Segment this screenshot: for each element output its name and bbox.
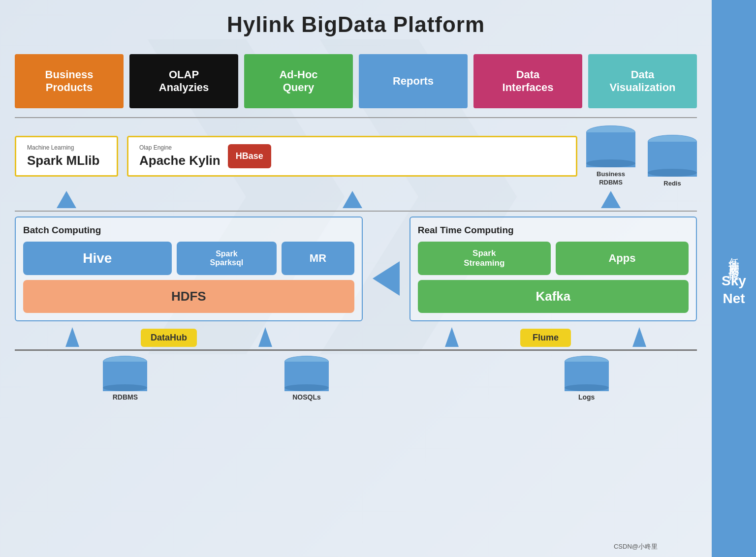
spark-sparksql-button: SparkSparksql <box>177 242 277 275</box>
cylinder-nosqls: NOSQLs <box>284 356 329 401</box>
svg-marker-7 <box>258 327 272 347</box>
arrows-row-1 <box>15 191 697 208</box>
divider-middle <box>15 211 697 212</box>
realtime-computing-box: Real Time Computing SparkStreaming Apps … <box>410 217 697 321</box>
olap-text: Olap Engine Apache Kylin <box>139 144 220 168</box>
cylinder-logs: Logs <box>565 356 609 401</box>
box-visualization: DataVisualization <box>588 54 697 108</box>
box-business: BusinessProducts <box>15 54 124 108</box>
bottom-cylinders-row: RDBMS NOSQLs Logs <box>15 353 697 401</box>
top-boxes-row: BusinessProducts OLAPAnalyzies Ad-HocQue… <box>15 54 697 108</box>
olap-title: Apache Kylin <box>139 153 220 168</box>
big-arrow-left <box>370 236 402 321</box>
middle-row: Machine Learning Spark MLlib Olap Engine… <box>15 125 697 187</box>
box-reports: Reports <box>359 54 468 108</box>
svg-marker-9 <box>632 327 646 347</box>
spark-streaming-button: SparkStreaming <box>418 242 551 275</box>
rdbms-label: RDBMS <box>113 393 138 401</box>
cylinder-label-2: Redis <box>663 180 681 187</box>
bottom-h-line <box>15 349 697 351</box>
box-interfaces: DataInterfaces <box>473 54 582 108</box>
svg-marker-5 <box>373 261 400 296</box>
hdfs-button: HDFS <box>23 280 354 313</box>
cylinder-rdbms: RDBMS <box>103 356 147 401</box>
rt-buttons-row: SparkStreaming Apps <box>418 242 689 275</box>
svg-marker-2 <box>57 191 76 208</box>
realtime-computing-title: Real Time Computing <box>418 225 689 236</box>
cylinder-redis: Redis <box>648 135 697 187</box>
right-sidebar: 任务调度与监控 SkyNet <box>712 0 756 557</box>
ml-title: Spark MLlib <box>27 153 106 168</box>
batch-buttons-row: Hive SparkSparksql MR <box>23 242 354 275</box>
kafka-button: Kafka <box>418 280 689 313</box>
cylinders-area: BusinessRDBMS Redis <box>586 125 697 187</box>
olap-label: Olap Engine <box>139 144 220 151</box>
datahub-button: DataHub <box>141 329 197 347</box>
logs-label: Logs <box>578 393 595 401</box>
computing-row: Batch Computing Hive SparkSparksql MR HD… <box>15 217 697 321</box>
divider-top <box>15 117 697 118</box>
ml-box: Machine Learning Spark MLlib <box>15 136 118 177</box>
flume-button: Flume <box>520 329 571 347</box>
hive-button: Hive <box>23 242 172 275</box>
mr-button: MR <box>282 242 354 275</box>
box-adhoc: Ad-HocQuery <box>244 54 353 108</box>
hbase-button: HBase <box>228 144 271 168</box>
sidebar-english: SkyNet <box>722 272 746 308</box>
bottom-arrows-section: DataHub Flume <box>15 327 697 347</box>
apps-button: Apps <box>556 242 689 275</box>
box-olap: OLAPAnalyzies <box>129 54 238 108</box>
watermark: CSDN@小咚里 <box>614 542 658 551</box>
cylinder-label-1: BusinessRDBMS <box>597 170 625 187</box>
sidebar-chinese: 任务调度与监控 <box>726 249 742 263</box>
nosqls-label: NOSQLs <box>292 393 321 401</box>
svg-marker-3 <box>343 191 362 208</box>
cylinder-business-rdbms: BusinessRDBMS <box>586 125 635 187</box>
page-title: Hylink BigData Platform <box>15 12 697 37</box>
batch-computing-box: Batch Computing Hive SparkSparksql MR HD… <box>15 217 363 321</box>
batch-computing-title: Batch Computing <box>23 225 354 236</box>
olap-box: Olap Engine Apache Kylin HBase <box>127 136 577 177</box>
svg-marker-4 <box>601 191 621 208</box>
svg-marker-6 <box>65 327 79 347</box>
ml-label: Machine Learning <box>27 144 106 151</box>
svg-marker-8 <box>445 327 459 347</box>
